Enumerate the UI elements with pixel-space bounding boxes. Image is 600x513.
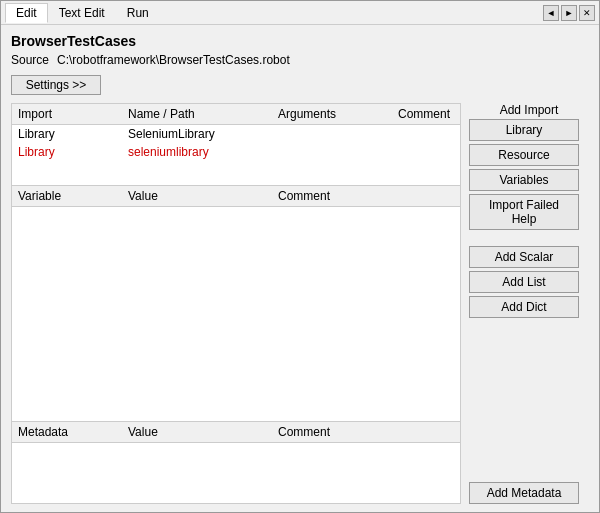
import-panel: Import Name / Path Arguments Comment Lib… xyxy=(12,104,460,186)
add-list-button[interactable]: Add List xyxy=(469,271,579,293)
row1-arguments xyxy=(278,127,398,141)
page-title: BrowserTestCases xyxy=(11,33,589,49)
menubar: Edit Text Edit Run ◄ ► ✕ xyxy=(1,1,599,25)
import-section: Add Import Library Resource Variables Im… xyxy=(469,103,589,230)
row1-name: SeleniumLibrary xyxy=(128,127,278,141)
row2-arguments xyxy=(278,145,398,159)
right-panel: Add Import Library Resource Variables Im… xyxy=(469,103,589,504)
metadata-panel: Metadata Value Comment xyxy=(12,422,460,503)
import-col-import: Import xyxy=(18,107,128,121)
import-header-row: Import Name / Path Arguments Comment xyxy=(12,104,460,125)
add-scalar-button[interactable]: Add Scalar xyxy=(469,246,579,268)
metadata-panel-body xyxy=(12,443,460,503)
metadata-col-comment: Comment xyxy=(278,425,398,439)
table-row[interactable]: Library SeleniumLibrary xyxy=(12,125,460,143)
row2-import: Library xyxy=(18,145,128,159)
import-panel-body: Library SeleniumLibrary Library selenium… xyxy=(12,125,460,185)
source-row: Source C:\robotframework\BrowserTestCase… xyxy=(11,53,589,67)
add-import-label: Add Import xyxy=(469,103,589,117)
import-failed-help-button[interactable]: Import Failed Help xyxy=(469,194,579,230)
window-controls: ◄ ► ✕ xyxy=(543,5,595,21)
main-area: Import Name / Path Arguments Comment Lib… xyxy=(11,103,589,504)
source-label: Source xyxy=(11,53,49,67)
source-value: C:\robotframework\BrowserTestCases.robot xyxy=(57,53,290,67)
menu-tab-edit[interactable]: Edit xyxy=(5,3,48,23)
variable-col-comment: Comment xyxy=(278,189,398,203)
variable-col-value: Value xyxy=(128,189,278,203)
row1-import: Library xyxy=(18,127,128,141)
import-col-arguments: Arguments xyxy=(278,107,398,121)
resource-button[interactable]: Resource xyxy=(469,144,579,166)
metadata-col-value: Value xyxy=(128,425,278,439)
variable-buttons-section: Add Scalar Add List Add Dict xyxy=(469,246,589,318)
variables-button[interactable]: Variables xyxy=(469,169,579,191)
variable-panel: Variable Value Comment xyxy=(12,186,460,422)
metadata-button-section: Add Metadata xyxy=(469,322,589,504)
main-window: Edit Text Edit Run ◄ ► ✕ BrowserTestCase… xyxy=(0,0,600,513)
close-button[interactable]: ✕ xyxy=(579,5,595,21)
menu-tab-text-edit[interactable]: Text Edit xyxy=(48,3,116,23)
variable-col-variable: Variable xyxy=(18,189,128,203)
import-col-comment: Comment xyxy=(398,107,454,121)
library-button[interactable]: Library xyxy=(469,119,579,141)
row2-name: seleniumlibrary xyxy=(128,145,278,159)
metadata-header-row: Metadata Value Comment xyxy=(12,422,460,443)
import-col-name: Name / Path xyxy=(128,107,278,121)
nav-right-button[interactable]: ► xyxy=(561,5,577,21)
table-section: Import Name / Path Arguments Comment Lib… xyxy=(11,103,461,504)
add-dict-button[interactable]: Add Dict xyxy=(469,296,579,318)
content-area: BrowserTestCases Source C:\robotframewor… xyxy=(1,25,599,512)
settings-button[interactable]: Settings >> xyxy=(11,75,101,95)
variable-panel-body xyxy=(12,207,460,287)
menu-tab-run[interactable]: Run xyxy=(116,3,160,23)
add-metadata-button[interactable]: Add Metadata xyxy=(469,482,579,504)
row2-comment xyxy=(398,145,454,159)
table-row[interactable]: Library seleniumlibrary xyxy=(12,143,460,161)
variable-header-row: Variable Value Comment xyxy=(12,186,460,207)
row1-comment xyxy=(398,127,454,141)
nav-left-button[interactable]: ◄ xyxy=(543,5,559,21)
metadata-col-metadata: Metadata xyxy=(18,425,128,439)
